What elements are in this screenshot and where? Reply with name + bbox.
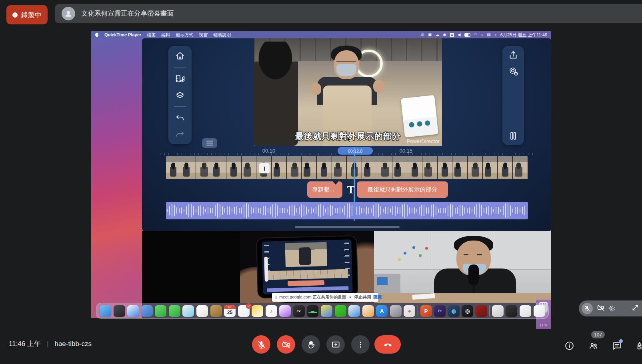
present-screen-button[interactable] bbox=[326, 335, 345, 354]
waveform-bar bbox=[344, 206, 345, 215]
waveform-bar bbox=[191, 204, 192, 217]
waveform-bar bbox=[503, 206, 504, 215]
shared-screen-video[interactable]: QuickTime Player 檔案編輯顯示方式視窗輔助說明 ◎▣☁◉A◀◠○… bbox=[91, 31, 551, 318]
waveform-bar bbox=[486, 207, 487, 214]
divider: | bbox=[47, 340, 48, 348]
menubar-battery-icon bbox=[464, 33, 470, 37]
waveform-bar bbox=[184, 209, 184, 213]
waveform-bar bbox=[414, 207, 415, 214]
menubar-line-icon: ▣ bbox=[428, 33, 432, 37]
waveform-bar bbox=[474, 207, 475, 215]
waveform-bar bbox=[292, 205, 292, 217]
dock-messages-icon bbox=[169, 305, 180, 317]
home-icon bbox=[175, 51, 185, 61]
waveform-bar bbox=[436, 206, 436, 215]
participants-button[interactable] bbox=[588, 341, 598, 351]
waveform-bar bbox=[174, 205, 175, 216]
text-clip: 專題都... bbox=[307, 181, 342, 198]
text-clip: 最後就只剩對外展示的部分 bbox=[357, 181, 448, 198]
mic-off-button[interactable] bbox=[252, 335, 270, 354]
dock-stocks-icon: ▁▃▂ bbox=[307, 305, 318, 317]
macos-dock: 6月252♪tv▁▃▂A●PPr◍◎ bbox=[96, 303, 549, 319]
clip-transition-marker: I bbox=[259, 163, 270, 173]
more-options-button[interactable] bbox=[351, 335, 370, 354]
participant-tile-phone bbox=[240, 231, 374, 303]
waveform-bar bbox=[258, 208, 259, 213]
waveform-bar bbox=[229, 207, 230, 215]
menubar-obs-icon: ◎ bbox=[421, 33, 424, 37]
text-tool-icon: T bbox=[346, 182, 356, 197]
waveform-bar bbox=[328, 207, 328, 215]
phone-editor-waveform bbox=[267, 286, 348, 292]
waveform-bar bbox=[241, 207, 242, 214]
waveform-bar bbox=[349, 203, 350, 218]
waveform-bar bbox=[421, 205, 422, 217]
waveform-bar bbox=[392, 206, 393, 215]
waveform-bar bbox=[301, 204, 302, 217]
watermark-label: PowerDirector bbox=[407, 138, 440, 144]
waveform-bar bbox=[366, 207, 367, 215]
desk bbox=[374, 293, 551, 303]
preview-hand-left bbox=[311, 83, 321, 95]
waveform-bar bbox=[198, 206, 199, 215]
dock-divider bbox=[489, 305, 490, 316]
waveform-bar bbox=[196, 209, 196, 213]
waveform-bar bbox=[200, 205, 201, 216]
pause-glyph-icon: ‖ bbox=[275, 295, 277, 300]
waveform-bar bbox=[395, 206, 396, 216]
caret-down-icon: ▼ bbox=[349, 296, 352, 299]
filmstrip-frame bbox=[468, 156, 483, 179]
export-icon bbox=[508, 50, 518, 60]
self-view-tile[interactable]: 你 bbox=[579, 300, 642, 316]
phone-screen bbox=[262, 239, 352, 294]
raise-hand-button[interactable] bbox=[302, 335, 320, 354]
waveform-bar bbox=[488, 206, 489, 215]
google-meet-window: 錄製中 文化系何宣霈正在分享螢幕畫面 QuickTime Player 檔案編輯… bbox=[0, 0, 642, 364]
menubar-play-icon: ◉ bbox=[443, 33, 446, 37]
phone-highlight-bar bbox=[264, 257, 268, 282]
waveform-bar bbox=[457, 207, 458, 214]
hide-button: 隱藏 bbox=[374, 294, 382, 300]
waveform-bar bbox=[361, 208, 362, 214]
person-icon bbox=[64, 9, 73, 18]
waveform-bar bbox=[234, 207, 235, 214]
filmstrip-frame bbox=[211, 156, 226, 179]
menubar-menus: 檔案編輯顯示方式視窗輔助說明 bbox=[147, 32, 231, 38]
waveform-bar bbox=[337, 208, 338, 214]
waveform-bar bbox=[484, 208, 484, 213]
waveform-bar bbox=[179, 208, 180, 213]
dock-podcasts-icon bbox=[279, 305, 291, 317]
phone-editor-filmstrip bbox=[266, 269, 348, 280]
recording-badge: 錄製中 bbox=[6, 5, 48, 24]
dock-photos-icon bbox=[196, 305, 208, 317]
waveform-bar bbox=[169, 206, 170, 215]
waveform-bar bbox=[452, 205, 453, 217]
presenter-banner: 文化系何宣霈正在分享螢幕畫面 bbox=[55, 4, 642, 23]
end-call-button[interactable] bbox=[374, 335, 401, 354]
waveform-bar bbox=[220, 204, 220, 217]
activities-button[interactable] bbox=[636, 341, 642, 351]
presenter-avatar bbox=[62, 7, 75, 20]
waveform-bar bbox=[342, 209, 343, 212]
meeting-details-button[interactable] bbox=[564, 341, 574, 351]
settings-help-icon: ? bbox=[508, 66, 518, 76]
dock-app-store-icon: A bbox=[376, 305, 388, 317]
waveform-bar bbox=[208, 207, 208, 214]
waveform-bar bbox=[476, 204, 477, 217]
waveform-bar bbox=[244, 204, 244, 217]
waveform-bar bbox=[498, 207, 499, 214]
filmstrip-frame bbox=[242, 156, 257, 179]
waveform-bar bbox=[217, 203, 218, 218]
expand-icon[interactable] bbox=[632, 304, 639, 313]
dock-premiere-icon: Pr bbox=[434, 305, 446, 317]
camera-off-button[interactable] bbox=[277, 335, 295, 354]
waveform-bar bbox=[330, 205, 331, 216]
waveform-bar bbox=[251, 207, 252, 214]
pause-icon bbox=[508, 131, 518, 141]
svg-text:?: ? bbox=[515, 72, 517, 75]
video-preview: 最後就只剩對外展示的部分 PowerDirector bbox=[254, 38, 442, 146]
waveform-bar bbox=[316, 207, 316, 214]
waveform-bar bbox=[260, 208, 261, 214]
dock-safari-icon bbox=[127, 305, 139, 317]
filmstrip-frame bbox=[422, 156, 438, 179]
